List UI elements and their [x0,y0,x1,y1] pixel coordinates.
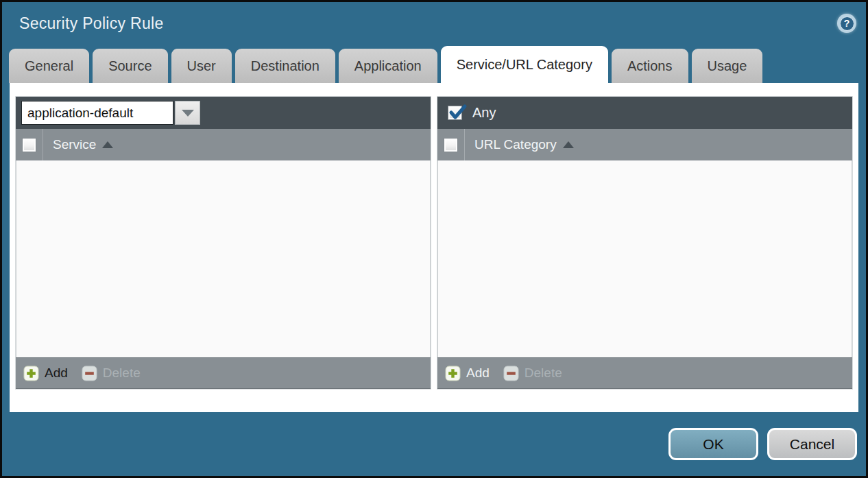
url-category-delete-button[interactable]: Delete [503,366,562,381]
url-category-list-empty[interactable] [437,160,852,357]
url-category-footer-bar: Add Delete [437,357,852,389]
service-delete-button[interactable]: Delete [82,366,141,381]
screen-frame: Security Policy Rule ? General Source Us… [0,0,868,478]
tab-service-url-category[interactable]: Service/URL Category [441,46,608,83]
url-category-delete-label: Delete [525,366,562,381]
url-select-all-checkbox[interactable] [444,138,458,152]
add-plus-icon [23,366,39,381]
tab-actions[interactable]: Actions [612,49,688,83]
tab-source[interactable]: Source [93,49,167,83]
delete-minus-icon [82,366,97,381]
ok-button[interactable]: OK [668,428,758,460]
service-add-label: Add [45,366,68,381]
help-question-icon: ? [840,16,854,31]
title-bar: Security Policy Rule ? [2,2,866,45]
dialog-action-bar: OK Cancel [2,412,866,476]
service-panel: Service Add [15,96,431,390]
service-delete-label: Delete [103,366,141,381]
url-category-panel: Any URL Category Add [437,96,853,390]
service-column-title[interactable]: Service [53,137,96,152]
url-category-add-label: Add [466,366,490,381]
add-plus-icon [445,366,461,381]
sort-ascending-icon[interactable] [563,141,574,148]
help-button[interactable]: ? [837,14,856,33]
delete-minus-icon [503,366,519,381]
url-category-add-button[interactable]: Add [445,366,490,381]
service-type-input[interactable] [21,101,173,125]
checkmark-icon [448,101,468,122]
sort-ascending-icon[interactable] [102,141,113,148]
chevron-down-icon [182,110,194,117]
service-type-dropdown-button[interactable] [175,101,200,125]
service-type-dropdown [21,101,200,125]
tab-strip: General Source User Destination Applicat… [2,45,866,83]
url-any-checkbox[interactable] [448,106,462,120]
url-any-bar: Any [437,97,852,129]
tab-application[interactable]: Application [339,49,437,83]
service-add-button[interactable]: Add [23,366,68,381]
dialog-title: Security Policy Rule [19,14,164,33]
url-category-column-title[interactable]: URL Category [474,137,557,152]
cancel-button[interactable]: Cancel [767,428,857,460]
url-category-column-header: URL Category [437,129,852,160]
service-type-bar [16,97,431,129]
tab-usage[interactable]: Usage [692,49,763,83]
url-any-label: Any [472,105,496,121]
service-column-header: Service [16,129,431,160]
tab-general[interactable]: General [9,49,89,83]
tab-content-area: Service Add [10,83,858,412]
service-footer-bar: Add Delete [16,357,431,389]
service-select-all-cell [16,129,43,160]
url-select-all-cell [437,129,465,160]
tab-destination[interactable]: Destination [235,49,335,83]
security-policy-rule-dialog: Security Policy Rule ? General Source Us… [2,2,866,476]
service-select-all-checkbox[interactable] [22,138,36,152]
tab-user[interactable]: User [171,49,232,83]
service-list-empty[interactable] [16,160,431,357]
